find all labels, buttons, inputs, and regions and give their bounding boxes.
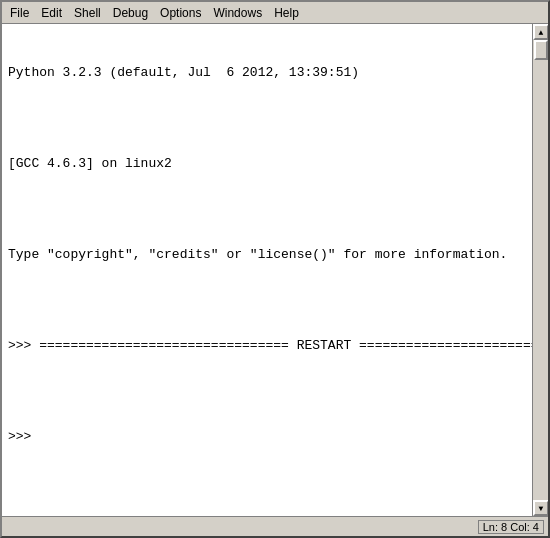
menu-shell[interactable]: Shell: [68, 4, 107, 22]
menu-help[interactable]: Help: [268, 4, 305, 22]
content-area: Python 3.2.3 (default, Jul 6 2012, 13:39…: [2, 24, 548, 516]
cursor-position: Ln: 8 Col: 4: [478, 520, 544, 534]
menu-edit[interactable]: Edit: [35, 4, 68, 22]
terminal-output[interactable]: Python 3.2.3 (default, Jul 6 2012, 13:39…: [2, 24, 548, 516]
terminal-line-0: Python 3.2.3 (default, Jul 6 2012, 13:39…: [8, 64, 542, 82]
vertical-scrollbar[interactable]: ▲ ▼: [532, 24, 548, 516]
scrollbar-up-button[interactable]: ▲: [533, 24, 548, 40]
terminal-line-2: Type "copyright", "credits" or "license(…: [8, 246, 542, 264]
status-bar: Ln: 8 Col: 4: [2, 516, 548, 536]
terminal-line-3: >>> ================================ RES…: [8, 337, 542, 355]
menu-debug[interactable]: Debug: [107, 4, 154, 22]
terminal-line-1: [GCC 4.6.3] on linux2: [8, 155, 542, 173]
terminal-line-4: >>>: [8, 428, 542, 446]
scrollbar-down-button[interactable]: ▼: [533, 500, 548, 516]
menu-file[interactable]: File: [4, 4, 35, 22]
menu-windows[interactable]: Windows: [207, 4, 268, 22]
menu-options[interactable]: Options: [154, 4, 207, 22]
scrollbar-thumb[interactable]: [534, 40, 548, 60]
main-window: File Edit Shell Debug Options Windows He…: [0, 0, 550, 538]
menubar: File Edit Shell Debug Options Windows He…: [2, 2, 548, 24]
